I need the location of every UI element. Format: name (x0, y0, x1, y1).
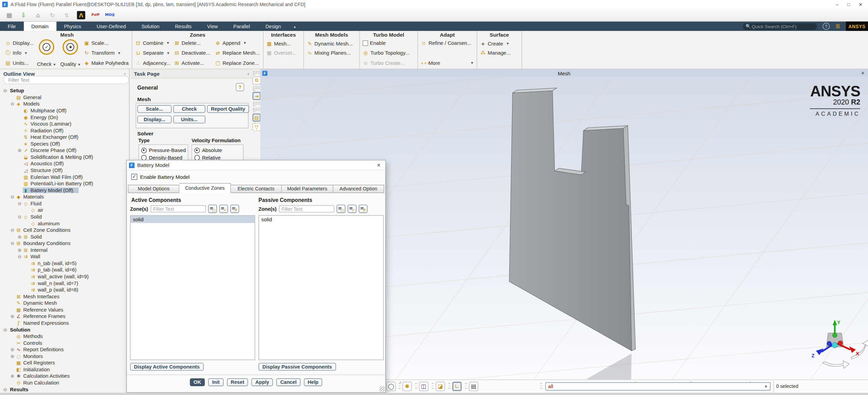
zones-replace-mesh-button[interactable]: ⇄Replace Mesh... (215, 49, 259, 57)
ok-button[interactable]: OK (190, 378, 205, 386)
dialog-tab-conductive-zones[interactable]: Conductive Zones (180, 183, 231, 193)
ribbon-tab-domain[interactable]: Domain (23, 22, 56, 31)
zones-combine-button[interactable]: ⊡Combine▼ (135, 39, 172, 47)
tree-item-mesh-interfaces[interactable]: ⊠Mesh Interfaces (0, 293, 129, 300)
turbo-create-button[interactable]: ⊘Turbo Create... (363, 59, 410, 67)
toggle-plus-icon[interactable]: ⊕ (10, 314, 16, 319)
mesh-display-button[interactable]: ◇Display... (5, 39, 34, 47)
ribbon-tab-solution[interactable]: Solution (134, 22, 167, 31)
drag-grip[interactable] (253, 102, 260, 106)
toggle-minus-icon[interactable]: ⊖ (2, 387, 8, 392)
report-quality-button[interactable]: Report Quality (207, 105, 249, 113)
view-cube-button[interactable]: ◫ (419, 382, 429, 391)
toggle-plus-icon[interactable]: ⊕ (10, 347, 16, 352)
probe-tool-button[interactable]: ◯ (386, 382, 396, 391)
tree-item-setup[interactable]: ⊖Setup (0, 88, 129, 94)
ribbon-tab-file[interactable]: File (0, 22, 23, 31)
close-icon[interactable]: ✕ (859, 2, 863, 7)
toggle-minus-icon[interactable]: ⊖ (10, 101, 16, 107)
deselect-all-button[interactable]: ≡✗ (230, 205, 239, 213)
turbo-topology-button[interactable]: ◎Turbo Topology... (363, 49, 410, 57)
cancel-button[interactable]: Cancel (276, 378, 300, 386)
tree-item-aluminum[interactable]: ◇aluminum (0, 220, 129, 227)
passive-components-list[interactable]: solid (259, 215, 384, 360)
dialog-tab-model-parameters[interactable]: Model Parameters (282, 185, 333, 193)
tree-item-multiphase-off[interactable]: ◐Multiphase (Off) (0, 107, 129, 114)
radio-absolute[interactable]: Absolute (194, 147, 222, 154)
parallel-processes-icon[interactable]: P⇄P (91, 11, 99, 19)
tree-item-report-definitions[interactable]: ⊕∿Report Definitions (0, 346, 129, 353)
mixing-planes-button[interactable]: ∿Mixing Planes... (307, 49, 353, 57)
passive-zone-filter-input[interactable] (279, 205, 334, 212)
dialog-tab-electric-contacts[interactable]: Electric Contacts (231, 185, 282, 193)
ansys-a-logo-icon[interactable]: Λ (77, 11, 85, 19)
tree-item-run-calculation[interactable]: ⊙Run Calculation (0, 379, 129, 386)
minimize-icon[interactable]: – (836, 2, 838, 7)
zones-activate-button[interactable]: ⊞Activate... (174, 59, 212, 67)
surface-create-button[interactable]: +Create▼ (480, 39, 510, 48)
ribbon-tab-results[interactable]: Results (167, 22, 200, 31)
toggle-plus-icon[interactable]: ⊕ (17, 234, 23, 240)
mesh-units-button[interactable]: ▤Units... (5, 59, 34, 67)
interfaces-mesh-button[interactable]: ▦Mesh... (266, 39, 297, 48)
tree-item-named-expressions[interactable]: ƒNamed Expressions (0, 320, 129, 326)
ribbon-tab-user-defined[interactable]: User-Defined (89, 22, 134, 31)
select-all-button[interactable]: ≡✓ (347, 205, 356, 213)
tree-item-radiation-off[interactable]: ☼Radiation (Off) (0, 127, 129, 134)
tree-item-dynamic-mesh[interactable]: ✎Dynamic Mesh (0, 300, 129, 307)
tree-item-heat-exchanger-off[interactable]: ⇅Heat Exchanger (Off) (0, 134, 129, 141)
tree-item-eulerian-wall-film-off[interactable]: ▨Eulerian Wall Film (Off) (0, 174, 129, 181)
dynamic-mesh-button[interactable]: ✎Dynamic Mesh... (307, 39, 353, 48)
make-polyhedra-button[interactable]: ◈Make Polyhedra (83, 59, 129, 67)
toggle-plus-icon[interactable]: ⊕ (17, 247, 23, 253)
display-active-components-button[interactable]: Display Active Components (130, 363, 203, 371)
tree-item-materials[interactable]: ⊖◆Materials (0, 194, 129, 201)
toggle-plus-icon[interactable]: ⊕ (10, 354, 16, 359)
tree-item-general[interactable]: ▤General (0, 94, 129, 101)
refine-coarsen-button[interactable]: ▫Refine / Coarsen... (421, 39, 474, 47)
tree-item-wall-active-wall-id-9[interactable]: ⇉wall_active (wall, id=9) (0, 273, 129, 280)
radio-pressure-based[interactable]: Pressure-Based (141, 147, 186, 154)
mesh-transform-button[interactable]: ↻Transform▼ (83, 49, 129, 57)
zones-append-button[interactable]: ⊕Append▼ (215, 39, 259, 47)
tree-item-boundary-conditions[interactable]: ⊖⊞Boundary Conditions (0, 240, 129, 247)
dialog-tab-advanced-option[interactable]: Advanced Option (333, 185, 384, 193)
toggle-minus-icon[interactable]: ⊖ (10, 194, 16, 200)
tree-item-models[interactable]: ⊖◈Models (0, 101, 129, 108)
pointer-settings-button[interactable]: ✱ (402, 382, 412, 391)
surface-filter-dropdown[interactable]: all ▼ (545, 382, 771, 391)
filter-button[interactable]: ▽ (252, 123, 261, 131)
tree-item-p-tab-wall-id-6[interactable]: ⇉p_tab (wall, id=6) (0, 267, 129, 274)
clip-planes-button[interactable]: ◪ (436, 382, 445, 391)
zones-separate-button[interactable]: ⊔Separate▼ (135, 49, 172, 57)
mesh-info-button[interactable]: ⓘInfo▼ (5, 49, 34, 57)
tree-item-results[interactable]: ⊖Results (0, 386, 129, 393)
dialog-title-bar[interactable]: F Battery Model ✕ (127, 161, 385, 170)
init-button[interactable]: Init (208, 378, 224, 386)
zones-deactivate-button[interactable]: ⊟Deactivate... (174, 49, 212, 57)
tree-item-solid[interactable]: ⊕⊞Solid (0, 233, 129, 240)
mesh-check-button[interactable]: ✓ Check▼ (36, 38, 57, 67)
resize-grip[interactable] (379, 386, 384, 392)
copy-screenshot-button[interactable]: ⧉ (252, 76, 261, 84)
tree-item-initialization[interactable]: ◧Initialization (0, 366, 129, 373)
scale-button[interactable]: Scale... (137, 105, 172, 113)
tree-item-reference-frames[interactable]: ⊕∠Reference Frames (0, 313, 129, 320)
zones-replace-zone-button[interactable]: ▢Replace Zone... (215, 59, 259, 67)
journal-commands-icon[interactable]: MO≣ (106, 11, 114, 19)
drag-grip[interactable] (253, 108, 260, 112)
active-components-list[interactable]: solid (130, 215, 255, 360)
tree-item-battery-model-off[interactable]: ▮Battery Model (Off) (0, 187, 129, 194)
toggle-minus-icon[interactable]: ⊖ (2, 327, 8, 332)
filter-options-button[interactable]: ≡○ (208, 205, 217, 213)
select-all-button[interactable]: ≡✓ (219, 205, 228, 213)
dialog-tab-model-options[interactable]: Model Options (128, 185, 180, 193)
drag-grip[interactable] (253, 86, 260, 91)
tree-item-structure-off[interactable]: ◿Structure (Off) (0, 167, 129, 174)
zone-list-item[interactable]: solid (259, 216, 383, 223)
ribbon-tab-design[interactable]: Design (258, 22, 288, 31)
ribbon-tab-physics[interactable]: Physics (56, 22, 89, 31)
toggle-plus-icon[interactable]: ⊕ (17, 148, 23, 153)
interfaces-overset-button[interactable]: ▩Overset... (266, 49, 297, 57)
tree-item-controls[interactable]: ✂Controls (0, 340, 129, 346)
